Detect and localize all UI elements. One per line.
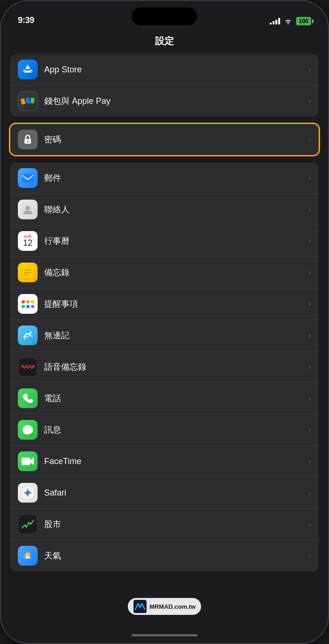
home-indicator <box>1 627 328 643</box>
chevron-icon: › <box>309 135 311 144</box>
chevron-icon: › <box>309 268 311 277</box>
svg-rect-7 <box>24 272 31 273</box>
settings-item-contacts[interactable]: 聯絡人 › <box>10 194 319 225</box>
settings-item-safari[interactable]: Safari › <box>10 477 319 509</box>
notes-label: 備忘錄 <box>44 267 305 278</box>
chevron-icon: › <box>309 394 311 403</box>
settings-item-stocks[interactable]: 股市 › <box>10 509 319 540</box>
app-store-icon <box>18 60 38 79</box>
safari-icon <box>18 483 38 503</box>
chevron-icon: › <box>309 520 311 528</box>
chevron-icon: › <box>309 426 311 434</box>
calendar-icon: 10月 12 <box>18 231 38 251</box>
weather-icon <box>18 546 38 566</box>
settings-item-passwords[interactable]: 密碼 › <box>10 124 319 155</box>
svg-point-1 <box>27 141 29 142</box>
passwords-label: 密碼 <box>44 134 305 145</box>
settings-content: App Store › 錢包與 Apple Pay › <box>1 54 328 627</box>
watermark-logo <box>133 600 147 613</box>
settings-item-freeform[interactable]: 無邊記 › <box>10 320 319 351</box>
wallet-label: 錢包與 Apple Pay <box>44 95 305 107</box>
settings-group-1: App Store › 錢包與 Apple Pay › <box>10 54 319 116</box>
chevron-icon: › <box>309 205 311 214</box>
settings-item-phone[interactable]: 電話 › <box>10 383 319 414</box>
passwords-icon <box>18 130 38 149</box>
svg-point-4 <box>25 206 30 210</box>
status-icons: 100 <box>270 17 311 25</box>
app-store-label: App Store <box>44 65 305 75</box>
settings-group-3: 郵件 › 聯絡人 › <box>10 163 319 571</box>
page-title: 設定 <box>155 36 174 46</box>
nav-title: 設定 <box>1 29 328 54</box>
svg-rect-8 <box>24 274 29 275</box>
watermark: MRMAD.com.tw <box>128 598 201 615</box>
mail-label: 郵件 <box>44 172 305 184</box>
facetime-icon <box>18 451 38 471</box>
reminders-label: 提醒事項 <box>44 298 305 310</box>
chevron-icon: › <box>309 65 311 74</box>
messages-label: 訊息 <box>44 424 305 435</box>
chevron-icon: › <box>309 363 311 371</box>
freeform-label: 無邊記 <box>44 330 305 341</box>
screen: 9:39 100 設定 <box>1 1 328 643</box>
phone-frame: 9:39 100 設定 <box>0 0 329 644</box>
settings-item-messages[interactable]: 訊息 › <box>10 414 319 446</box>
settings-item-reminders[interactable]: 提醒事項 › <box>10 288 319 320</box>
phone-label: 電話 <box>44 393 305 404</box>
svg-rect-2 <box>22 174 33 182</box>
phone-icon <box>18 388 38 408</box>
battery-icon: 100 <box>296 17 311 25</box>
voice-memos-icon <box>18 357 38 377</box>
settings-item-facetime[interactable]: FaceTime › <box>10 446 319 477</box>
facetime-label: FaceTime <box>44 457 305 466</box>
chevron-icon: › <box>309 300 311 308</box>
voice-memos-label: 語音備忘錄 <box>44 361 305 372</box>
wifi-icon <box>284 18 292 24</box>
mail-icon <box>18 168 38 188</box>
weather-label: 天氣 <box>44 550 305 561</box>
freeform-icon <box>18 326 38 345</box>
messages-icon <box>18 420 38 440</box>
settings-item-weather[interactable]: 天氣 › <box>10 540 319 571</box>
chevron-icon: › <box>309 551 311 560</box>
chevron-icon: › <box>309 489 311 497</box>
settings-item-calendar[interactable]: 10月 12 行事曆 › <box>10 225 319 257</box>
settings-group-2: 密碼 › <box>10 124 319 155</box>
status-time: 9:39 <box>18 16 34 25</box>
settings-item-app-store[interactable]: App Store › <box>10 54 319 85</box>
stocks-icon <box>18 514 38 534</box>
wallet-icon <box>18 91 38 111</box>
contacts-icon <box>18 200 38 219</box>
chevron-icon: › <box>309 457 311 466</box>
watermark-text: MRMAD.com.tw <box>149 603 196 610</box>
svg-rect-6 <box>24 270 31 271</box>
chevron-icon: › <box>309 237 311 245</box>
home-bar <box>132 634 197 636</box>
dynamic-island <box>132 8 197 25</box>
settings-item-notes[interactable]: 備忘錄 › <box>10 257 319 288</box>
safari-label: Safari <box>44 488 305 498</box>
contacts-label: 聯絡人 <box>44 204 305 215</box>
notes-icon <box>18 263 38 282</box>
reminders-icon <box>18 294 38 314</box>
settings-item-mail[interactable]: 郵件 › <box>10 163 319 194</box>
signal-icon <box>270 18 280 24</box>
chevron-icon: › <box>309 174 311 182</box>
settings-item-voice-memos[interactable]: 語音備忘錄 › <box>10 351 319 383</box>
svg-rect-9 <box>22 458 30 465</box>
chevron-icon: › <box>309 331 311 340</box>
chevron-icon: › <box>309 97 311 105</box>
stocks-label: 股市 <box>44 519 305 530</box>
status-bar: 9:39 100 <box>1 1 328 29</box>
settings-item-wallet[interactable]: 錢包與 Apple Pay › <box>10 85 319 116</box>
calendar-label: 行事曆 <box>44 235 305 247</box>
